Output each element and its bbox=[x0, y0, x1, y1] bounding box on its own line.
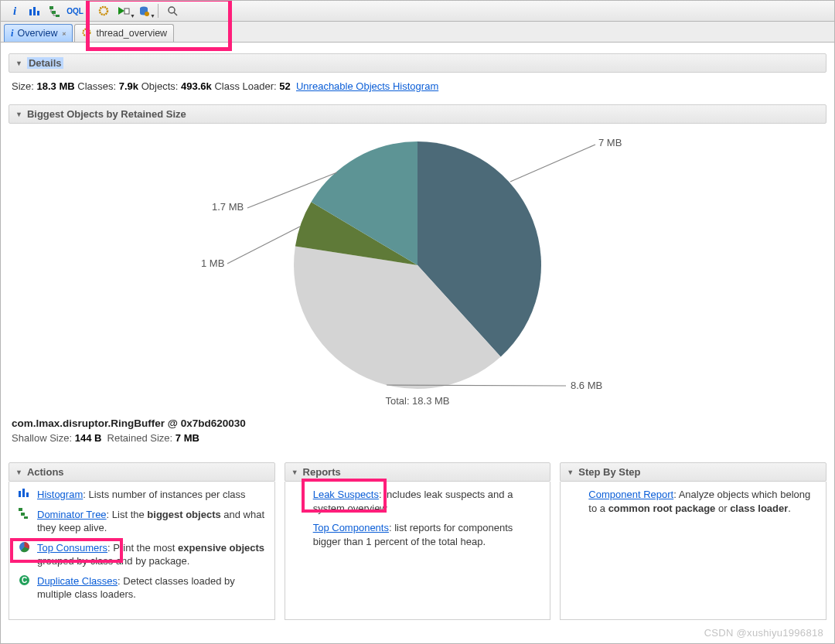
duplicate-classes-icon: C bbox=[17, 574, 31, 586]
section-header-details[interactable]: ▼ Details bbox=[9, 53, 826, 73]
svg-rect-20 bbox=[19, 508, 22, 511]
chevron-down-icon: ▼ bbox=[567, 469, 574, 476]
heap-stats-line: Size: 18.3 MB Classes: 7.9k Objects: 493… bbox=[9, 73, 826, 97]
svg-rect-3 bbox=[49, 6, 53, 9]
svg-line-15 bbox=[227, 227, 300, 264]
info-icon[interactable]: i bbox=[5, 2, 24, 19]
toolbar: i OQL ▼ ▼ bbox=[1, 1, 834, 22]
pie-chart[interactable]: 7 MB 8.6 MB 1 MB 1.7 MB Total: 18.3 MB bbox=[9, 130, 826, 408]
close-icon[interactable]: + bbox=[60, 29, 69, 38]
svg-rect-4 bbox=[52, 11, 56, 14]
svg-rect-2 bbox=[37, 11, 39, 15]
svg-rect-21 bbox=[21, 513, 25, 516]
svg-rect-19 bbox=[26, 492, 29, 497]
gear-icon bbox=[81, 27, 92, 40]
section-header-reports[interactable]: ▼ Reports bbox=[285, 462, 551, 482]
section-title: Actions bbox=[27, 466, 64, 478]
chevron-down-icon: ▼ bbox=[15, 111, 22, 118]
histogram-icon[interactable] bbox=[26, 2, 44, 19]
component-report-link[interactable]: Component Report bbox=[588, 489, 673, 500]
tab-overview[interactable]: i Overview + bbox=[4, 24, 73, 42]
svg-rect-18 bbox=[22, 489, 25, 497]
svg-point-9 bbox=[145, 12, 149, 16]
query-browser-icon[interactable]: ▼ bbox=[135, 2, 153, 19]
report-top-components: Top Components: list reports for compone… bbox=[293, 521, 543, 548]
section-header-step[interactable]: ▼ Step By Step bbox=[560, 462, 826, 482]
step-column: ▼ Step By Step Component Report: Analyze… bbox=[560, 458, 826, 620]
pie-icon bbox=[17, 541, 31, 553]
action-duplicate-classes: C Duplicate Classes: Detect classes load… bbox=[17, 574, 267, 601]
svg-rect-0 bbox=[29, 9, 32, 15]
action-dominator-tree: Dominator Tree: List the biggest objects… bbox=[17, 508, 267, 535]
slice-label-3: 1.7 MB bbox=[212, 201, 244, 213]
search-icon[interactable] bbox=[163, 2, 182, 19]
section-title: Biggest Objects by Retained Size bbox=[27, 108, 186, 120]
reports-column: ▼ Reports Leak Suspects: includes leak s… bbox=[285, 458, 551, 620]
svg-rect-17 bbox=[19, 491, 21, 497]
tab-label: thread_overview bbox=[96, 28, 167, 39]
thread-gear-icon[interactable] bbox=[94, 2, 113, 19]
report-leak-suspects: Leak Suspects: includes leak suspects an… bbox=[293, 488, 543, 515]
svg-rect-1 bbox=[33, 7, 36, 15]
chevron-down-icon: ▼ bbox=[15, 60, 22, 67]
svg-rect-5 bbox=[56, 15, 60, 17]
action-top-consumers: Top Consumers: Print the most expensive … bbox=[17, 541, 267, 568]
section-title: Reports bbox=[303, 466, 341, 478]
section-title: Step By Step bbox=[578, 466, 640, 478]
slice-label-0: 7 MB bbox=[598, 137, 622, 148]
bottom-columns: ▼ Actions Histogram: Lists number of ins… bbox=[9, 458, 826, 620]
chevron-down-icon: ▼ bbox=[15, 469, 22, 476]
unreachable-objects-link[interactable]: Unreachable Objects Histogram bbox=[296, 80, 438, 92]
actions-column: ▼ Actions Histogram: Lists number of ins… bbox=[9, 458, 275, 620]
histogram-link[interactable]: Histogram bbox=[37, 489, 83, 500]
svg-line-11 bbox=[174, 12, 177, 15]
top-components-link[interactable]: Top Components bbox=[313, 522, 389, 533]
dominator-tree-link[interactable]: Dominator Tree bbox=[37, 509, 107, 520]
svg-point-6 bbox=[100, 7, 107, 15]
content-area: ▼ Details Size: 18.3 MB Classes: 7.9k Ob… bbox=[1, 43, 834, 644]
info-icon: i bbox=[11, 28, 13, 39]
step-component-report: Component Report: Analyze objects which … bbox=[568, 488, 818, 515]
tab-thread-overview[interactable]: thread_overview bbox=[74, 24, 174, 42]
oql-icon[interactable]: OQL bbox=[66, 2, 84, 19]
leak-suspects-link[interactable]: Leak Suspects bbox=[313, 489, 379, 500]
slice-label-2: 1 MB bbox=[201, 257, 224, 269]
dominator-tree-icon[interactable] bbox=[46, 2, 64, 19]
duplicate-classes-link[interactable]: Duplicate Classes bbox=[37, 575, 118, 587]
section-header-actions[interactable]: ▼ Actions bbox=[9, 462, 275, 482]
svg-point-10 bbox=[169, 7, 175, 13]
svg-point-12 bbox=[84, 29, 90, 36]
svg-rect-7 bbox=[124, 9, 129, 14]
action-histogram: Histogram: Lists number of instances per… bbox=[17, 488, 267, 502]
svg-line-13 bbox=[510, 145, 595, 182]
section-header-biggest[interactable]: ▼ Biggest Objects by Retained Size bbox=[9, 104, 826, 124]
tab-label: Overview bbox=[17, 28, 57, 39]
section-title: Details bbox=[27, 57, 63, 69]
svg-text:C: C bbox=[21, 576, 26, 584]
histogram-icon bbox=[17, 488, 31, 498]
selected-object-sizes: Shallow Size: 144 B Retained Size: 7 MB bbox=[9, 431, 826, 453]
selected-object-title: com.lmax.disruptor.RingBuffer @ 0x7bd620… bbox=[9, 413, 826, 431]
chart-total-label: Total: 18.3 MB bbox=[385, 395, 449, 407]
app-window: i OQL ▼ ▼ i Overview + bbox=[0, 0, 835, 644]
chevron-down-icon: ▼ bbox=[291, 469, 298, 476]
dominator-tree-icon bbox=[17, 508, 31, 519]
tab-bar: i Overview + thread_overview bbox=[1, 22, 834, 43]
slice-label-1: 8.6 MB bbox=[571, 380, 602, 391]
run-report-icon[interactable]: ▼ bbox=[114, 2, 133, 19]
top-consumers-link[interactable]: Top Consumers bbox=[37, 542, 107, 554]
svg-rect-22 bbox=[24, 516, 28, 519]
